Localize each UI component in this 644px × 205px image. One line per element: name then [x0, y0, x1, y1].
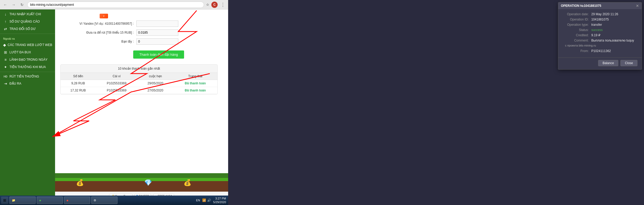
form-row-yandex: Ví Yandex [Ví dụ: 410011400786957] :	[60, 20, 218, 27]
withdraw-bonus-icon: HĐ	[3, 75, 8, 78]
sidebar-item-label: SỐ DƯ QUẢNG CÁO	[9, 20, 40, 23]
sidebar-item-withdraw-bonus[interactable]: HĐ RÚT TIỀN THƯỞNG	[0, 73, 55, 80]
withdraw-label: Đưa ra để rút [Tối thiểu 15 RUB] :	[60, 31, 134, 34]
op-id-value: 1041881075	[591, 18, 637, 21]
col-status: Trạng thái	[173, 73, 217, 80]
sidebar-divider-2	[0, 72, 55, 72]
explorer-icon: 📁	[12, 199, 15, 202]
sidebar-item-label: LÃNH ĐẠO TRONG NGÀY	[9, 58, 47, 62]
payment-table-section: 10 khoản thanh toán gần nhất Số tiền Cái…	[60, 64, 218, 94]
page-wrapper: ↓ THU NHẬP XUẤT CHI ↑ SỐ DƯ QUẢNG CÁO ⇄ …	[0, 9, 228, 205]
sidebar-divider	[0, 34, 55, 34]
tray-volume-icon: 🔊	[207, 198, 211, 202]
op-date-value: 29 May 2020 11:26	[591, 12, 637, 16]
op-row-type: Operation type: transfer	[562, 23, 637, 27]
op-type-value: transfer	[591, 23, 637, 27]
app-icon: ⚙	[94, 199, 96, 202]
op-row-date: Operation date: 29 May 2020 11:26	[562, 12, 637, 16]
op-status-value: success	[591, 28, 637, 32]
receive-input[interactable]	[136, 38, 178, 45]
windows-icon: ⊞	[3, 198, 6, 202]
operation-title: OPERATION №1041881075	[561, 4, 601, 8]
chrome-icon-2: ●	[66, 198, 68, 202]
sidebar-item-exchange[interactable]: ⇄ TRAO ĐỔI SỐ DƯ	[0, 25, 55, 33]
yandex-icon: Y	[100, 14, 108, 18]
sidebar-item-browse[interactable]: ◆ CÁC TRANG WEB LƯỚT WEB	[0, 41, 55, 49]
table-row: 9,28 RUB P1025533369 29/05/2020 Đã thanh…	[61, 80, 217, 87]
op-from-label: From:	[562, 49, 591, 53]
sidebar-item-output[interactable]: ⇥ ĐẦU RA	[0, 80, 55, 87]
col-date: cuộc hẹn	[138, 73, 173, 80]
taskbar-chrome-1[interactable]: ●	[37, 197, 63, 204]
operation-dialog-body: Operation date: 29 May 2020 11:26 Operat…	[558, 9, 642, 58]
op-row-credited: Credited: 9.19 ₽	[562, 33, 637, 37]
tray-language: EN	[195, 199, 201, 202]
browser-toolbar: ← → ↻ ☆ C ⋮	[0, 0, 228, 9]
cell-wallet: P1025533369	[96, 87, 138, 94]
gold-nugget-3: 💰	[184, 179, 191, 186]
sidebar-item-income[interactable]: ↓ THU NHẬP XUẤT CHI	[0, 11, 55, 18]
income-icon: ↓	[3, 12, 8, 16]
op-row-comment: Comment: Выплата пользователю tuquy	[562, 39, 637, 42]
op-row-status: Status: success	[562, 28, 637, 32]
balance-button[interactable]: Balance	[598, 60, 618, 66]
output-icon: ⇥	[3, 81, 8, 86]
sidebar-item-label: ĐẦU RA	[9, 82, 21, 85]
cell-amount: 17,32 RUB	[61, 87, 96, 94]
table-title: 10 khoản thanh toán gần nhất	[61, 65, 217, 73]
browser-menu-button[interactable]: ⋮	[220, 2, 226, 8]
taskbar-chrome-2[interactable]: ●	[64, 197, 90, 204]
sidebar-item-daily-leader[interactable]: ≡ LÃNH ĐẠO TRONG NGÀY	[0, 56, 55, 63]
start-button[interactable]: ⊞	[1, 197, 8, 204]
cell-date: 29/05/2020	[138, 80, 173, 87]
browser-content: ↓ THU NHẬP XUẤT CHI ↑ SỐ DƯ QUẢNG CÁO ⇄ …	[0, 9, 228, 205]
cell-status: Đã thanh toán	[173, 80, 217, 87]
col-wallet: Cái ví	[96, 73, 138, 80]
user-avatar: C	[211, 2, 218, 8]
cell-amount: 9,28 RUB	[61, 80, 96, 87]
cell-wallet: P1025533369	[96, 80, 138, 87]
op-id-label: Operation ID:	[562, 18, 591, 21]
operation-dialog: OPERATION №1041881075 ✕ Operation date: …	[558, 2, 642, 70]
address-bar[interactable]	[27, 2, 204, 8]
withdraw-input[interactable]	[136, 29, 178, 36]
tray-network-icon: 📶	[202, 198, 206, 202]
op-comment-label: Comment:	[562, 39, 591, 42]
browser-window: ← → ↻ ☆ C ⋮ ↓ THU NHẬP XUẤT CHI ↑ SỐ DƯ …	[0, 0, 228, 205]
nav-back-button[interactable]: ←	[2, 2, 8, 8]
submit-button[interactable]: Thanh toán đơn đặt hàng	[133, 50, 184, 59]
col-amount: Số tiền	[61, 73, 96, 80]
browse-icon: ◆	[3, 43, 6, 47]
multi-bux-icon: ⊞	[3, 50, 8, 54]
receive-label: Bạn lấy :	[60, 40, 134, 43]
gold-nugget-1: 💰	[76, 179, 84, 186]
sidebar-item-bonus-buy[interactable]: ✦ TIỀN THƯỞNG KHI MUA	[0, 63, 55, 71]
op-comment-value: Выплата пользователю tuquy	[591, 39, 637, 42]
taskbar-app[interactable]: ⚙	[91, 197, 117, 204]
nav-forward-button[interactable]: →	[10, 2, 17, 8]
yandex-label: Ví Yandex [Ví dụ: 410011400786957] :	[60, 22, 134, 25]
sidebar-item-label: LƯỚT ĐA BUX	[9, 50, 31, 54]
close-button[interactable]: Close	[620, 60, 637, 66]
op-from-value: P1024111362	[591, 49, 637, 53]
taskbar: ⊞ 📁 ● ● ⚙ EN 📶 🔊 3:27 PM 5/29/2020	[0, 196, 228, 205]
sidebar-item-label: RÚT TIỀN THƯỞNG	[9, 75, 39, 78]
payment-table: Số tiền Cái ví cuộc hẹn Trạng thái 9,28 …	[61, 73, 217, 94]
tray-clock: 3:27 PM 5/29/2020	[212, 197, 227, 204]
sidebar-item-label: THU NHẬP XUẤT CHI	[9, 12, 41, 16]
ad-balance-icon: ↑	[3, 19, 8, 24]
sidebar-item-ad-balance[interactable]: ↑ SỐ DƯ QUẢNG CÁO	[0, 18, 55, 25]
op-row-id: Operation ID: 1041881075	[562, 18, 637, 21]
operation-close-x-button[interactable]: ✕	[636, 4, 639, 8]
chrome-icon-1: ●	[39, 198, 41, 202]
nav-reload-button[interactable]: ↻	[19, 2, 25, 8]
bookmark-icon: ☆	[206, 3, 209, 7]
operation-dialog-footer: Balance Close	[558, 58, 642, 69]
op-status-label: Status:	[562, 28, 591, 32]
yandex-input[interactable]	[136, 20, 178, 27]
sidebar-section-label: Ngoài ra	[0, 35, 55, 41]
taskbar-explorer[interactable]: 📁	[9, 197, 36, 204]
sidebar-item-multi-bux[interactable]: ⊞ LƯỚT ĐA BUX	[0, 49, 55, 56]
gold-nugget-2: 💎	[144, 179, 152, 186]
op-comment-note: с проекта bits-mining.ru	[562, 44, 637, 47]
